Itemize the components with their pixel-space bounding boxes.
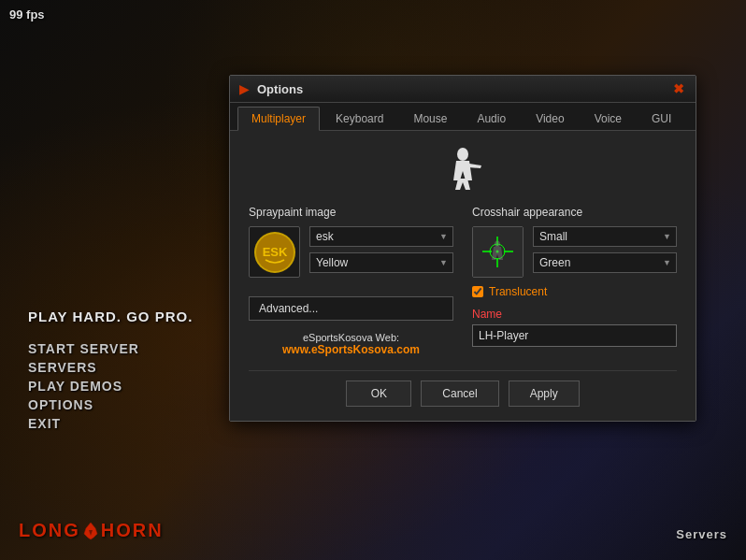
crosshair-preview [472,226,524,278]
titlebar-title: Options [257,82,664,96]
spray-name-dropdown[interactable]: esk [309,226,453,247]
crosshair-size-dropdown[interactable]: Small Medium Large [533,226,677,247]
dialog-overlay: ▶ Options ✖ Multiplayer Keyboard Mouse A… [0,0,746,560]
website-url: www.eSportsKosova.com [249,343,453,356]
translucent-checkbox[interactable] [472,286,483,297]
titlebar: ▶ Options ✖ [230,76,696,103]
translucent-row: Translucent [472,285,677,298]
translucent-label: Translucent [489,285,547,298]
tab-mouse[interactable]: Mouse [399,107,461,130]
crosshair-dropdowns: Small Medium Large Green Red Blue [533,226,677,273]
name-section: Name [472,308,677,347]
action-buttons: OK Cancel Apply [249,370,677,407]
tabs-container: Multiplayer Keyboard Mouse Audio Video V… [230,103,696,131]
tab-video[interactable]: Video [522,107,578,130]
tab-multiplayer[interactable]: Multiplayer [237,107,320,131]
close-button[interactable]: ✖ [671,81,686,96]
name-input[interactable] [472,324,677,347]
advanced-button[interactable]: Advanced... [249,296,453,321]
tab-keyboard[interactable]: Keyboard [322,107,397,130]
col-right: Crosshair appearance [472,206,677,356]
ok-button[interactable]: OK [346,381,411,407]
spray-name-dropdown-wrapper: esk [309,226,453,247]
tab-audio[interactable]: Audio [463,107,520,130]
apply-button[interactable]: Apply [509,381,580,407]
col-left: Spraypaint image ESK [249,206,453,356]
crosshair-size-dropdown-wrapper: Small Medium Large [533,226,677,247]
spray-row: ESK esk Ye [249,226,453,278]
tab-gui[interactable]: GUI [638,107,685,130]
spray-color-dropdown-wrapper: Yellow Red Blue Green [309,252,453,273]
spray-color-dropdown[interactable]: Yellow Red Blue Green [309,252,453,273]
player-icon-row [249,145,677,192]
crosshair-color-dropdown[interactable]: Green Red Blue Yellow White [533,252,677,273]
svg-text:ESK: ESK [262,245,287,259]
svg-point-11 [495,241,500,248]
titlebar-icon: ▶ [239,81,250,96]
cancel-button[interactable]: Cancel [421,381,498,407]
player-icon [439,145,486,192]
svg-point-0 [457,148,468,161]
crosshair-color-dropdown-wrapper: Green Red Blue Yellow White [533,252,677,273]
tab-voice[interactable]: Voice [581,107,636,130]
options-dialog: ▶ Options ✖ Multiplayer Keyboard Mouse A… [229,75,696,422]
spray-preview: ESK [249,226,300,278]
spray-logo-icon: ESK [252,230,297,275]
spray-dropdowns: esk Yellow Red Blue Green [309,226,453,273]
crosshair-row: Small Medium Large Green Red Blue [472,226,677,278]
dialog-content: Spraypaint image ESK [230,131,696,421]
two-col-layout: Spraypaint image ESK [249,206,677,356]
website-info: eSportsKosova Web: www.eSportsKosova.com [249,332,453,356]
spraypaint-label: Spraypaint image [249,206,453,219]
crosshair-icon [473,227,523,277]
website-label: eSportsKosova Web: [249,332,453,343]
name-label: Name [472,308,677,321]
crosshair-label: Crosshair appearance [472,206,677,219]
